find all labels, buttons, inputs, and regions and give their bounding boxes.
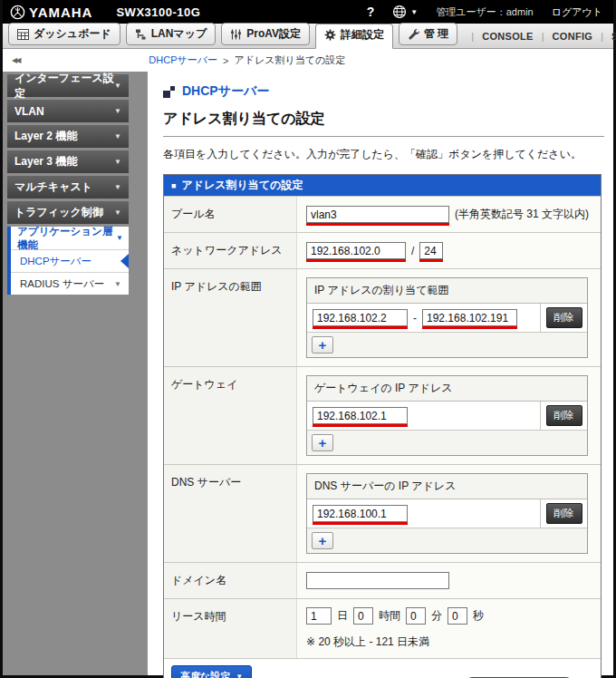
dns-table: DNS サーバーの IP アドレス 削除 (306, 473, 588, 554)
add-ip-range-button[interactable]: + (312, 336, 333, 354)
sidebar-item-interface-settings[interactable]: インターフェース設定 ▼ (7, 74, 129, 97)
form-header: ■ アドレス割り当ての設定 (164, 175, 601, 196)
link-config[interactable]: CONFIG (553, 31, 593, 42)
ip-range-start-input[interactable] (313, 309, 408, 326)
sidebar-item-dhcp-server[interactable]: DHCPサーバー (11, 249, 129, 272)
breadcrumb-current: アドレス割り当ての設定 (234, 53, 345, 67)
lease-note: ※ 20 秒以上 - 121 日未満 (306, 634, 592, 650)
chevron-down-icon: ▼ (410, 8, 418, 16)
chevron-down-icon: ▼ (114, 158, 121, 166)
chevron-down-icon: ▼ (114, 82, 121, 90)
device-model: SWX3100-10G (116, 5, 200, 19)
range-dash: - (413, 312, 417, 324)
top-bar: YAMAHA SWX3100-10G ? ▼ 管理ユーザー：admin ログアウ… (3, 0, 613, 24)
tab-label: LANマップ (151, 26, 207, 42)
add-gateway-button[interactable]: + (312, 434, 333, 451)
breadcrumb-parent-link[interactable]: DHCPサーバー (149, 53, 217, 67)
tab-dashboard[interactable]: ダッシュボード (8, 23, 120, 45)
form-row-ip-range: IP アドレスの範囲 IP アドレスの割り当て範囲 - (164, 268, 601, 366)
sidebar-group-application-layer: アプリケーション層機能 ▼ DHCPサーバー RADIUS サーバー ▼ (7, 227, 129, 295)
add-dns-button[interactable]: + (312, 532, 333, 549)
section-title: DHCPサーバー (163, 83, 604, 100)
advanced-settings-label: 高度な設定 (180, 670, 230, 678)
sidebar-item-label: RADIUS サーバー (20, 277, 104, 291)
ip-range-table-header: IP アドレスの割り当て範囲 (307, 278, 540, 303)
lease-minutes-input[interactable] (406, 607, 426, 625)
settings-form: ■ アドレス割り当ての設定 プール名 (半角英数記号 31 文字以内) ネットワ… (163, 174, 602, 678)
sidebar-item-layer3[interactable]: Layer 3 機能 ▼ (7, 150, 129, 173)
sidebar: インターフェース設定 ▼ VLAN ▼ Layer 2 機能 ▼ Layer 3… (3, 72, 148, 675)
chevron-down-icon: ▼ (116, 234, 123, 242)
dns-label: DNS サーバー (164, 465, 297, 562)
sidebar-item-multicast[interactable]: マルチキャスト ▼ (7, 176, 129, 199)
link-syslog[interactable]: SYSLOG (611, 31, 616, 42)
domain-label: ドメイン名 (164, 563, 297, 598)
tab-advanced-settings[interactable]: 詳細設定 (315, 24, 393, 49)
sidebar-item-radius-server[interactable]: RADIUS サーバー ▼ (11, 272, 129, 295)
sidebar-item-label: マルチキャスト (14, 179, 92, 195)
lease-days-unit: 日 (337, 608, 348, 624)
page-title: アドレス割り当ての設定 (163, 110, 604, 137)
form-row-lease: リース時間 日 時間 分 秒 ※ 20 秒以上 - 121 日未満 (164, 598, 601, 658)
logout-link[interactable]: ログアウト (552, 5, 602, 19)
section-squares-icon (163, 86, 175, 98)
logged-in-user: 管理ユーザー：admin (436, 5, 533, 19)
network-address-label: ネットワークアドレス (164, 233, 297, 268)
network-address-input[interactable] (306, 242, 406, 259)
section-title-text: DHCPサーバー (182, 83, 269, 100)
prefix-separator: / (411, 245, 414, 257)
delete-dns-button[interactable]: 削除 (546, 503, 582, 524)
dns-table-header: DNS サーバーの IP アドレス (307, 474, 540, 499)
pool-name-note: (半角英数記号 31 文字以内) (455, 207, 589, 222)
square-bullet-icon: ■ (171, 181, 176, 190)
form-row-dns: DNS サーバー DNS サーバーの IP アドレス (164, 464, 601, 562)
dns-ip-input[interactable] (313, 505, 408, 522)
domain-name-input[interactable] (306, 572, 449, 589)
instruction-text: 各項目を入力してください。入力が完了したら、「確認」ボタンを押してください。 (163, 147, 604, 162)
tab-lan-map[interactable]: LANマップ (126, 23, 217, 45)
form-header-title: アドレス割り当ての設定 (181, 178, 303, 193)
chevron-down-icon: ▼ (114, 132, 121, 140)
form-footer: 高度な設定 ▼ 戻る 確認 (164, 658, 601, 678)
tab-label: ダッシュボード (34, 26, 111, 42)
help-icon[interactable]: ? (367, 5, 375, 19)
chevron-down-icon: ▼ (236, 673, 243, 678)
dashboard-icon (17, 29, 29, 40)
sidebar-item-vlan[interactable]: VLAN ▼ (7, 100, 129, 122)
language-selector[interactable]: ▼ (392, 5, 418, 19)
lease-hours-input[interactable] (353, 607, 373, 625)
tab-proav-settings[interactable]: ProAV設定 (221, 23, 310, 45)
sidebar-item-traffic-control[interactable]: トラフィック制御 ▼ (7, 201, 129, 224)
tab-management[interactable]: 管 理 (399, 23, 457, 45)
prefix-length-input[interactable] (419, 242, 443, 259)
sidebar-item-application-layer[interactable]: アプリケーション層機能 ▼ (11, 227, 129, 249)
link-console[interactable]: CONSOLE (482, 31, 534, 42)
sidebar-item-layer2[interactable]: Layer 2 機能 ▼ (7, 125, 129, 148)
form-row-domain: ドメイン名 (164, 562, 601, 598)
lease-minutes-unit: 分 (431, 608, 442, 624)
gateway-ip-input[interactable] (313, 407, 408, 424)
brand-name: YAMAHA (29, 5, 92, 20)
yamaha-logo-icon (10, 5, 25, 20)
sidebar-collapse-icon[interactable]: ◀◀ (12, 56, 19, 64)
gateway-table: ゲートウェイの IP アドレス 削除 (306, 375, 588, 456)
delete-ip-range-button[interactable]: 削除 (546, 307, 582, 328)
app-window: YAMAHA SWX3100-10G ? ▼ 管理ユーザー：admin ログアウ… (0, 0, 616, 678)
globe-icon (392, 5, 407, 19)
ip-range-end-input[interactable] (422, 309, 517, 326)
gateway-row: 削除 (307, 402, 587, 430)
selected-marker-icon (120, 254, 129, 268)
chevron-down-icon: ▼ (114, 208, 121, 217)
lan-map-icon (135, 29, 147, 40)
breadcrumb-bar: ◀◀ DHCPサーバー > アドレス割り当ての設定 (3, 49, 613, 72)
lease-seconds-input[interactable] (448, 607, 467, 625)
tab-label: 詳細設定 (341, 27, 384, 43)
chevron-down-icon: ▼ (114, 107, 121, 115)
main-panel: DHCPサーバー アドレス割り当ての設定 各項目を入力してください。入力が完了し… (148, 72, 613, 675)
lease-days-input[interactable] (306, 607, 332, 625)
delete-gateway-button[interactable]: 削除 (546, 405, 582, 426)
pool-name-input[interactable] (306, 206, 449, 223)
divider: | (601, 31, 603, 42)
form-row-network-address: ネットワークアドレス / (164, 232, 601, 268)
advanced-settings-button[interactable]: 高度な設定 ▼ (171, 665, 252, 678)
